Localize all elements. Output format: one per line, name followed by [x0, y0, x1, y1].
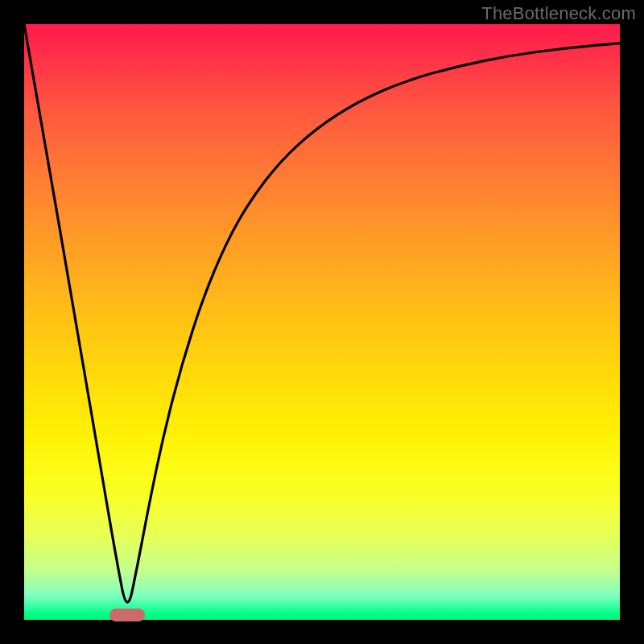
- watermark-text: TheBottleneck.com: [481, 3, 636, 24]
- bottleneck-curve: [24, 24, 620, 620]
- optimum-marker: [109, 609, 145, 621]
- curve-path: [24, 24, 620, 602]
- plot-area: [24, 24, 620, 620]
- chart-frame: TheBottleneck.com: [0, 0, 644, 644]
